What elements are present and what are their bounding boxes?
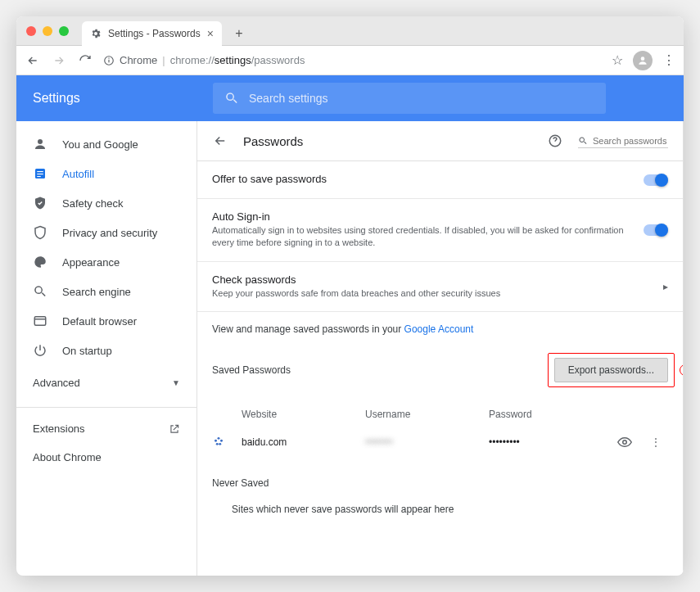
sidebar-item-search-engine[interactable]: Search engine [16,277,196,306]
bookmark-star-icon[interactable]: ☆ [612,52,623,68]
autofill-icon [33,166,47,181]
sidebar-item-autofill[interactable]: Autofill [16,159,196,188]
svg-point-4 [38,139,43,144]
sidebar-advanced-label: Advanced [33,377,80,389]
browser-window: Settings - Passwords × + Chrome | chrome… [16,16,684,576]
window-controls [26,26,69,36]
chevron-down-icon: ▼ [172,378,180,387]
svg-point-11 [215,440,217,442]
settings-search[interactable] [213,83,606,114]
svg-rect-2 [108,57,109,58]
offer-save-title: Offer to save passwords [212,173,644,185]
close-window-button[interactable] [26,26,36,36]
browser-tab[interactable]: Settings - Passwords × [82,21,222,46]
site-name[interactable]: baidu.com [242,436,359,448]
search-icon [224,91,239,106]
help-icon[interactable] [547,133,563,149]
svg-point-16 [623,441,627,445]
sidebar-item-privacy[interactable]: Privacy and security [16,218,196,247]
search-passwords[interactable] [578,134,668,148]
page-header: Passwords [197,121,683,161]
tab-title: Settings - Passwords [108,28,201,39]
annotation-number: 5 [680,364,684,376]
sidebar-item-default-browser[interactable]: Default browser [16,306,196,336]
settings-header: Settings [16,75,684,121]
nav-forward-button[interactable] [51,52,67,69]
svg-point-15 [219,443,221,445]
never-saved-desc: Sites which never save passwords will ap… [212,497,668,515]
sidebar-item-label: Search engine [62,286,131,298]
reload-button[interactable] [77,52,93,69]
col-password: Password [489,409,606,420]
external-link-icon [169,423,180,435]
svg-point-12 [220,440,223,442]
offer-save-toggle[interactable] [644,174,668,186]
search-passwords-input[interactable] [593,136,666,146]
sidebar-extensions[interactable]: Extensions [16,414,196,443]
svg-point-13 [218,437,220,440]
sidebar-advanced[interactable]: Advanced ▼ [16,365,196,400]
svg-rect-1 [108,59,109,62]
check-passwords-row[interactable]: Check passwords Keep your passwords safe… [197,262,683,312]
svg-point-3 [641,56,645,61]
sidebar-item-label: Privacy and security [62,227,157,239]
address-bar: Chrome | chrome://settings/passwords ☆ ⋮ [16,46,684,75]
search-icon [578,136,588,146]
check-pw-title: Check passwords [212,273,663,286]
sidebar-item-on-startup[interactable]: On startup [16,336,196,365]
person-icon [33,137,47,151]
password-value: ••••••••• [489,436,606,448]
sidebar-item-you-and-google[interactable]: You and Google [16,129,196,159]
minimize-window-button[interactable] [43,26,52,36]
browser-icon [33,314,47,328]
address-field[interactable]: Chrome | chrome://settings/passwords [103,54,602,66]
settings-search-input[interactable] [249,92,594,105]
svg-rect-9 [34,317,46,326]
main-panel: Passwords Offer to save passwords Auto S… [196,121,684,576]
offer-save-row: Offer to save passwords [197,161,683,199]
content-area: You and Google Autofill Safety check Pri… [16,121,684,576]
site-favicon-icon [212,436,225,449]
settings-title: Settings [33,91,196,106]
page-title: Passwords [243,134,532,148]
settings-gear-icon [90,28,102,39]
password-header-row: Website Username Password [212,402,668,427]
row-menu-icon[interactable]: ⋮ [644,436,668,448]
sidebar-item-label: You and Google [62,138,138,151]
titlebar: Settings - Passwords × + [16,16,684,46]
maximize-window-button[interactable] [59,26,69,36]
never-saved-title: Never Saved [212,477,668,489]
shield-icon [33,225,47,240]
power-icon [33,343,47,358]
sidebar-item-appearance[interactable]: Appearance [16,247,196,277]
url-prefix: chrome:// [170,54,215,66]
check-pw-desc: Keep your passwords safe from data breac… [212,287,663,300]
sidebar-about-label: About Chrome [33,451,102,463]
new-tab-button[interactable]: + [228,23,250,44]
browser-menu-icon[interactable]: ⋮ [662,52,675,68]
saved-passwords-section: Saved Passwords Export passwords... 5 [197,346,683,394]
export-passwords-button[interactable]: Export passwords... [554,358,668,382]
magnifier-icon [33,284,47,299]
sidebar-item-label: Default browser [62,315,137,328]
shield-check-icon [33,196,47,210]
nav-back-button[interactable] [25,52,41,69]
profile-avatar[interactable] [633,51,653,70]
chevron-right-icon: ▸ [663,281,668,292]
username-value: •••••••• [365,436,482,448]
google-account-link[interactable]: Google Account [404,323,474,335]
col-username: Username [365,409,482,420]
sidebar-item-safety-check[interactable]: Safety check [16,188,196,218]
show-password-icon[interactable] [612,435,637,450]
svg-rect-8 [37,176,41,177]
site-info-icon [103,55,115,66]
palette-icon [33,255,47,269]
sidebar-about[interactable]: About Chrome [16,443,196,472]
google-account-row: View and manage saved passwords in your … [197,312,683,346]
page-back-button[interactable] [212,133,228,149]
close-tab-icon[interactable]: × [207,27,214,40]
google-account-text: View and manage saved passwords in your [212,323,404,335]
settings-sidebar: You and Google Autofill Safety check Pri… [16,121,196,576]
auto-signin-toggle[interactable] [644,224,668,236]
svg-rect-6 [37,171,43,172]
